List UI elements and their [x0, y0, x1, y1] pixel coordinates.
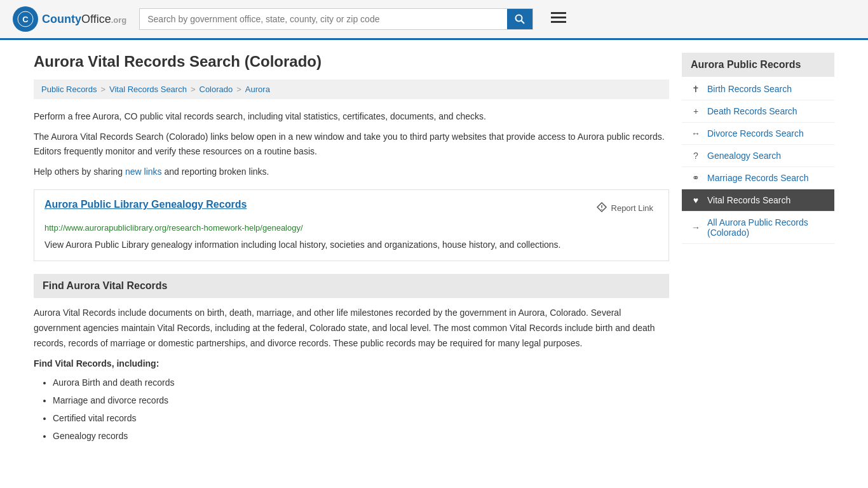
logo[interactable]: C CountyOffice.org — [13, 6, 126, 32]
svg-rect-4 — [551, 12, 566, 14]
list-item: Certified vital records — [53, 409, 669, 427]
svg-rect-6 — [551, 21, 566, 23]
search-button[interactable] — [507, 9, 532, 29]
report-link-label: Report Link — [611, 203, 653, 213]
death-icon: + — [691, 106, 701, 116]
sidebar-item-divorce[interactable]: ↔ Divorce Records Search — [682, 123, 834, 145]
list-item: Marriage and divorce records — [53, 391, 669, 409]
svg-rect-5 — [551, 17, 566, 18]
sidebar-item-birth[interactable]: ✝ Birth Records Search — [682, 78, 834, 100]
vital-records-list: Aurora Birth and death records Marriage … — [53, 374, 669, 445]
sidebar-all-records[interactable]: → All Aurora Public Records(Colorado) — [682, 212, 834, 244]
search-bar — [139, 8, 533, 30]
svg-text:C: C — [22, 15, 29, 24]
breadcrumb-public-records[interactable]: Public Records — [41, 85, 97, 94]
sidebar-item-genealogy-label: Genealogy Search — [707, 151, 781, 161]
breadcrumb-colorado[interactable]: Colorado — [200, 85, 233, 94]
search-input[interactable] — [140, 9, 507, 29]
sidebar: Aurora Public Records ✝ Birth Records Se… — [682, 53, 834, 445]
sidebar-item-marriage[interactable]: ⚭ Marriage Records Search — [682, 167, 834, 189]
divorce-icon: ↔ — [691, 128, 701, 139]
record-card-header: Aurora Public Library Genealogy Records … — [44, 199, 658, 218]
sidebar-item-vital-label: Vital Records Search — [707, 195, 790, 205]
breadcrumb-sep-1: > — [100, 85, 105, 94]
breadcrumb-vital-records[interactable]: Vital Records Search — [109, 85, 187, 94]
find-section-heading: Find Aurora Vital Records — [34, 274, 669, 298]
sidebar-item-death[interactable]: + Death Records Search — [682, 100, 834, 123]
breadcrumb: Public Records > Vital Records Search > … — [34, 79, 669, 99]
logo-icon: C — [13, 6, 38, 32]
logo-text: CountyOffice.org — [42, 13, 126, 26]
vital-icon: ♥ — [691, 195, 701, 205]
sidebar-item-divorce-label: Divorce Records Search — [707, 128, 804, 139]
sidebar-heading: Aurora Public Records — [682, 53, 834, 77]
marriage-icon: ⚭ — [691, 173, 701, 183]
intro-line-3: Help others by sharing new links and rep… — [34, 165, 669, 179]
report-icon — [596, 201, 607, 215]
menu-button[interactable] — [546, 8, 571, 30]
svg-line-3 — [522, 21, 525, 24]
sidebar-all-records-label: All Aurora Public Records(Colorado) — [707, 217, 808, 238]
svg-point-8 — [601, 208, 602, 210]
intro-line-2: The Aurora Vital Records Search (Colorad… — [34, 130, 669, 158]
record-card: Aurora Public Library Genealogy Records … — [34, 189, 669, 261]
breadcrumb-sep-2: > — [191, 85, 196, 94]
page-title: Aurora Vital Records Search (Colorado) — [34, 53, 669, 71]
list-item: Aurora Birth and death records — [53, 374, 669, 391]
breadcrumb-aurora[interactable]: Aurora — [245, 85, 270, 94]
breadcrumb-sep-3: > — [236, 85, 241, 94]
intro-line-1: Perform a free Aurora, CO public vital r… — [34, 109, 669, 123]
list-item: Genealogy records — [53, 427, 669, 445]
sidebar-item-vital[interactable]: ♥ Vital Records Search — [682, 189, 834, 212]
find-section-body: Aurora Vital Records include documents o… — [34, 306, 669, 351]
sidebar-item-genealogy[interactable]: ? Genealogy Search — [682, 145, 834, 167]
sidebar-item-death-label: Death Records Search — [707, 106, 797, 116]
birth-icon: ✝ — [691, 84, 701, 94]
find-vital-list-heading: Find Vital Records, including: — [34, 358, 669, 369]
report-link-button[interactable]: Report Link — [591, 199, 658, 218]
record-description: View Aurora Public Library genealogy inf… — [44, 238, 658, 252]
all-records-icon: → — [691, 222, 701, 233]
sidebar-item-birth-label: Birth Records Search — [707, 84, 792, 94]
genealogy-icon: ? — [691, 151, 701, 161]
record-url[interactable]: http://www.aurorapubliclibrary.org/resea… — [44, 223, 658, 233]
new-links-link[interactable]: new links — [125, 166, 162, 177]
record-card-title[interactable]: Aurora Public Library Genealogy Records — [44, 199, 247, 210]
svg-point-2 — [516, 15, 522, 22]
sidebar-item-marriage-label: Marriage Records Search — [707, 173, 809, 183]
